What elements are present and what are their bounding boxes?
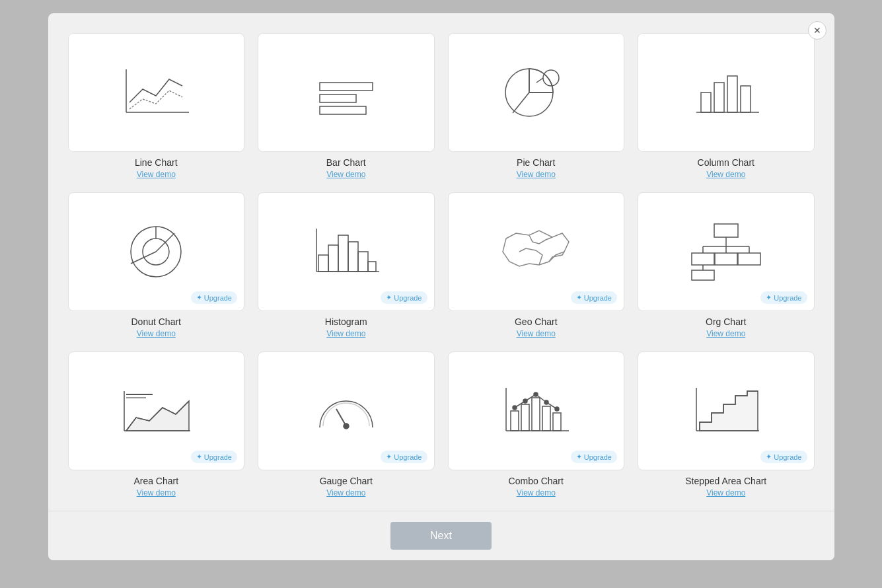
view-demo-histogram[interactable]: View demo [326, 329, 365, 338]
upgrade-icon: ✦ [766, 453, 772, 461]
view-demo-pie-chart[interactable]: View demo [517, 170, 556, 179]
svg-point-46 [344, 423, 349, 429]
view-demo-column-chart[interactable]: View demo [706, 170, 745, 179]
chart-label-column-chart: Column Chart [698, 157, 754, 168]
upgrade-label: Upgrade [584, 453, 612, 461]
chart-card-area-chart[interactable]: ✦Upgrade [68, 351, 245, 470]
view-demo-donut-chart[interactable]: View demo [137, 329, 176, 338]
chart-item-donut-chart: ✦UpgradeDonut ChartView demo [68, 192, 245, 338]
upgrade-badge-combo-chart[interactable]: ✦Upgrade [571, 451, 617, 463]
svg-line-8 [513, 92, 529, 113]
view-demo-combo-chart[interactable]: View demo [517, 488, 556, 497]
svg-rect-24 [328, 245, 338, 272]
svg-rect-13 [714, 83, 724, 112]
svg-rect-4 [320, 106, 366, 114]
upgrade-label: Upgrade [584, 294, 612, 302]
chart-card-histogram[interactable]: ✦Upgrade [258, 192, 435, 311]
view-demo-org-chart[interactable]: View demo [706, 329, 745, 338]
upgrade-icon: ✦ [386, 293, 392, 302]
chart-item-stepped-area-chart: ✦UpgradeStepped Area ChartView demo [638, 351, 815, 497]
chart-label-pie-chart: Pie Chart [517, 157, 555, 168]
upgrade-badge-stepped-area-chart[interactable]: ✦Upgrade [760, 451, 807, 463]
chart-item-column-chart: Column ChartView demo [638, 33, 815, 179]
svg-rect-23 [318, 255, 328, 272]
chart-card-stepped-area-chart[interactable]: ✦Upgrade [638, 351, 815, 470]
modal-footer: Next [48, 511, 834, 560]
upgrade-badge-area-chart[interactable]: ✦Upgrade [191, 451, 237, 463]
chart-card-line-chart[interactable] [68, 33, 245, 152]
view-demo-line-chart[interactable]: View demo [137, 170, 176, 179]
upgrade-icon: ✦ [766, 293, 772, 302]
upgrade-badge-geo-chart[interactable]: ✦Upgrade [571, 291, 617, 304]
svg-rect-36 [715, 253, 737, 265]
chart-label-bar-chart: Bar Chart [326, 157, 366, 168]
chart-card-combo-chart[interactable]: ✦Upgrade [448, 351, 625, 470]
chart-label-combo-chart: Combo Chart [509, 476, 564, 486]
svg-rect-28 [368, 262, 376, 272]
svg-marker-42 [126, 401, 189, 431]
svg-rect-3 [320, 94, 356, 102]
upgrade-label: Upgrade [204, 294, 232, 302]
svg-rect-39 [692, 270, 714, 280]
svg-rect-26 [348, 242, 358, 272]
upgrade-badge-org-chart[interactable]: ✦Upgrade [760, 291, 807, 304]
svg-rect-27 [358, 252, 368, 272]
chart-item-org-chart: ✦UpgradeOrg ChartView demo [638, 192, 815, 338]
chart-label-area-chart: Area Chart [133, 476, 178, 486]
svg-point-58 [555, 407, 559, 411]
chart-item-gauge-chart: ✦UpgradeGauge ChartView demo [258, 351, 435, 497]
chart-item-bar-chart: Bar ChartView demo [258, 33, 435, 179]
view-demo-geo-chart[interactable]: View demo [517, 329, 556, 338]
chart-card-column-chart[interactable] [638, 33, 815, 152]
upgrade-label: Upgrade [394, 294, 422, 302]
view-demo-gauge-chart[interactable]: View demo [326, 488, 365, 497]
svg-rect-14 [727, 76, 737, 112]
svg-rect-2 [320, 83, 373, 91]
upgrade-label: Upgrade [394, 453, 422, 461]
upgrade-badge-gauge-chart[interactable]: ✦Upgrade [381, 451, 427, 463]
chart-picker-modal: ✕ Line ChartView demo Bar ChartView demo… [48, 13, 834, 560]
upgrade-icon: ✦ [576, 293, 582, 302]
svg-point-56 [534, 392, 538, 396]
view-demo-bar-chart[interactable]: View demo [326, 170, 365, 179]
chart-label-stepped-area-chart: Stepped Area Chart [685, 476, 766, 486]
svg-rect-25 [338, 235, 348, 272]
svg-point-57 [544, 400, 548, 404]
chart-card-bar-chart[interactable] [258, 33, 435, 152]
chart-grid: Line ChartView demo Bar ChartView demo P… [68, 33, 815, 497]
view-demo-stepped-area-chart[interactable]: View demo [706, 488, 745, 497]
chart-card-org-chart[interactable]: ✦Upgrade [638, 192, 815, 311]
chart-label-gauge-chart: Gauge Chart [320, 476, 373, 486]
svg-rect-15 [741, 86, 751, 112]
chart-card-donut-chart[interactable]: ✦Upgrade [68, 192, 245, 311]
upgrade-icon: ✦ [576, 453, 582, 461]
upgrade-badge-donut-chart[interactable]: ✦Upgrade [191, 291, 237, 304]
chart-card-gauge-chart[interactable]: ✦Upgrade [258, 351, 435, 470]
chart-item-area-chart: ✦UpgradeArea ChartView demo [68, 351, 245, 497]
view-demo-area-chart[interactable]: View demo [137, 488, 176, 497]
upgrade-badge-histogram[interactable]: ✦Upgrade [381, 291, 427, 304]
next-button[interactable]: Next [390, 522, 492, 550]
chart-card-geo-chart[interactable]: ✦Upgrade [448, 192, 625, 311]
svg-marker-61 [700, 391, 758, 431]
chart-label-geo-chart: Geo Chart [515, 316, 558, 327]
svg-rect-35 [692, 253, 714, 265]
upgrade-icon: ✦ [196, 293, 202, 302]
upgrade-icon: ✦ [386, 453, 392, 461]
svg-rect-50 [521, 404, 529, 431]
svg-rect-12 [701, 92, 711, 112]
chart-item-histogram: ✦UpgradeHistogramView demo [258, 192, 435, 338]
upgrade-label: Upgrade [774, 294, 801, 302]
svg-line-10 [536, 78, 543, 83]
chart-card-pie-chart[interactable] [448, 33, 625, 152]
svg-rect-29 [714, 224, 738, 237]
svg-rect-49 [511, 411, 519, 431]
chart-item-geo-chart: ✦UpgradeGeo ChartView demo [448, 192, 625, 338]
upgrade-label: Upgrade [774, 453, 801, 461]
close-button[interactable]: ✕ [808, 21, 827, 40]
svg-rect-53 [553, 413, 561, 431]
svg-line-19 [156, 233, 174, 252]
svg-rect-37 [738, 253, 760, 265]
upgrade-icon: ✦ [196, 453, 202, 461]
svg-rect-51 [532, 398, 540, 431]
